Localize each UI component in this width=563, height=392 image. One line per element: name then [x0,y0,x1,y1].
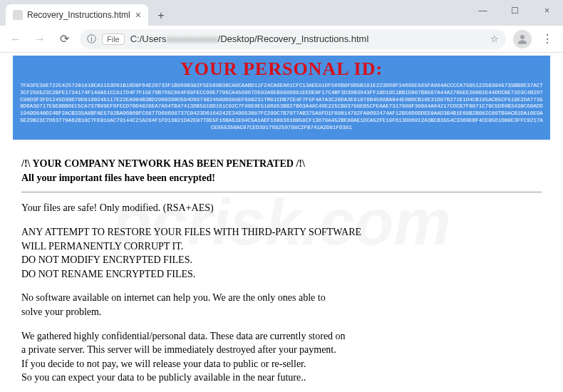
maximize-button[interactable]: ☐ [499,0,531,21]
browser-tab[interactable]: Recovery_Instructions.html × [6,4,148,26]
para-data: We gathered highly confidential/personal… [21,329,542,385]
svg-point-0 [520,35,525,39]
info-icon[interactable]: ⓘ [87,33,96,46]
tab-close-icon[interactable]: × [135,9,141,21]
page-content: pcrisk.com YOUR PERSONAL ID: 7FA3FE38E72… [0,53,563,392]
para-nohelp: No software available on internet can he… [21,291,542,319]
ransom-note-body: /!\ YOUR COMPANY NETWORK HAS BEEN PENETR… [0,143,563,392]
profile-avatar[interactable] [513,30,532,48]
new-tab-button[interactable]: + [151,6,171,26]
para-safe: Your files are safe! Only modified. (RSA… [21,201,542,215]
reload-button[interactable]: ⟳ [53,28,76,51]
tab-favicon [13,10,23,20]
browser-toolbar: ← → ⟳ ⓘ File C:/Usersaaaaaaaaaa/Desktop/… [0,26,563,53]
file-chip: File [102,33,125,45]
url-text: C:/Usersaaaaaaaaaa/Desktop/Recovery_Inst… [130,33,485,44]
warn-header-1: /!\ YOUR COMPANY NETWORK HAS BEEN PENETR… [21,157,542,171]
back-button[interactable]: ← [4,28,27,51]
banner-title: YOUR PERSONAL ID: [20,58,543,80]
id-banner: YOUR PERSONAL ID: 7FA3FE38E722C425720181… [13,56,550,140]
tab-title: Recovery_Instructions.html [27,10,131,20]
minimize-button[interactable]: — [467,0,499,21]
forward-button[interactable]: → [29,28,51,51]
close-button[interactable]: × [531,0,563,21]
para-warning: ANY ATTEMPT TO RESTORE YOUR FILES WITH T… [21,225,542,281]
menu-button[interactable]: ⋮ [536,28,559,51]
window-controls: — ☐ × [467,0,563,21]
bookmark-star-icon[interactable]: ☆ [490,33,499,44]
address-bar[interactable]: ⓘ File C:/Usersaaaaaaaaaa/Desktop/Recove… [80,29,506,49]
warn-header-2: All your important files have been encry… [21,171,542,185]
divider [21,192,542,192]
personal-id-hex: 7FA3FE38E722C4257201810CA1153D61B16D8F64… [20,83,543,131]
